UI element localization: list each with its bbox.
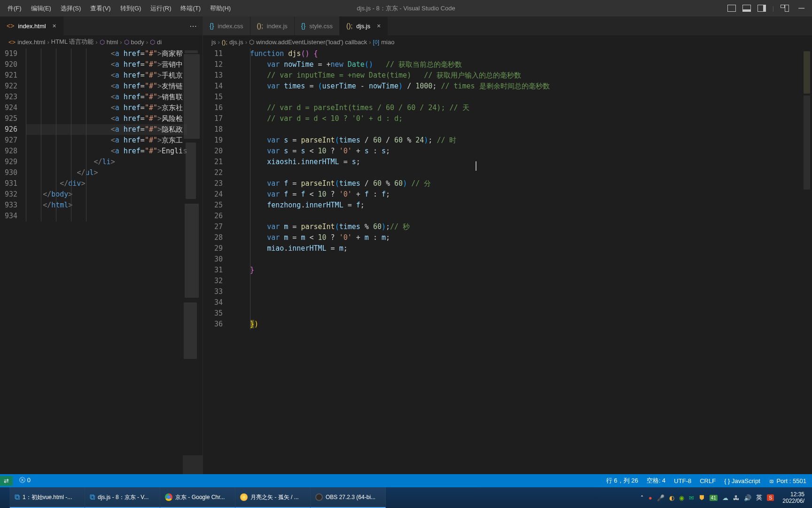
chrome-icon [165,493,172,501]
tab-index-html[interactable]: <> index.html × [0,16,63,35]
system-tray: ˄ ● 🎤 ◐ ◉ ✉ ⛊ 41 ☁ 🖧 🔊 英 S 12:35 2022/06… [640,491,812,504]
method-icon: ⬡ [249,39,254,46]
shield-icon[interactable]: ⛊ [699,494,705,501]
status-eol[interactable]: CRLF [700,477,716,484]
status-cursor[interactable]: 行 6，列 26 [606,476,638,485]
taskbar-app-5[interactable]: OBS 27.2.3 (64-bi... [311,487,386,508]
customize-layout-icon[interactable] [781,5,789,12]
window-title: djs.js - 8：京东 - Visual Studio Code [357,4,455,13]
tab-index-js[interactable]: (); index.js [250,16,295,35]
taskbar-app-4[interactable]: 月亮之矢 - 孤矢 / ... [235,487,311,508]
panel-bottom-icon[interactable] [742,5,751,12]
js-file-icon: (); [257,22,263,30]
status-bar: ⇄ ⓧ 0 行 6，列 26 空格: 4 UTF-8 CRLF { } Java… [0,474,812,487]
sogou-ime-icon[interactable]: S [767,494,774,501]
more-icon[interactable]: ⋯ [189,22,197,31]
menu-file[interactable]: 件(F) [3,2,26,15]
taskbar-app-3[interactable]: 京东 - Google Chr... [160,487,235,508]
editor-actions: ⋯ [189,16,203,35]
svg-rect-4 [763,5,766,12]
mic-icon[interactable]: ● [648,494,652,501]
html-file-icon: <> [8,39,16,46]
windows-taskbar: ⧉ 1：初始vue.html -... ⧉ djs.js - 8：京东 - V.… [0,487,812,508]
status-encoding[interactable]: UTF-8 [674,477,691,484]
svg-rect-2 [742,9,750,12]
right-editor-group: {} index.css (); index.js {} style.css (… [203,16,812,474]
right-tabs: {} index.css (); index.js {} style.css (… [203,16,812,35]
breadcrumb-left[interactable]: <> index.html › HTML 语言功能 › ⬡ html › ⬡ b… [0,35,203,48]
layout-controls: | ─ [727,3,807,13]
status-errors[interactable]: ⓧ 0 [19,476,31,486]
sound-icon[interactable]: 🔊 [744,494,751,501]
right-editor[interactable]: 1112131415161718192021222324252627282930… [203,48,812,474]
wechat-icon[interactable]: ✉ [689,494,694,501]
css-file-icon: {} [301,22,305,30]
network-icon[interactable]: 🖧 [733,494,739,501]
editor-split: <> index.html × ⋯ <> index.html › HTML 语… [0,16,812,474]
svg-rect-0 [727,5,735,12]
lightbulb-icon[interactable]: ◐ [669,494,674,501]
status-liveserver[interactable]: ⦻ Port : 5501 [769,477,806,484]
close-icon[interactable]: × [377,22,381,30]
taskbar-app-2[interactable]: ⧉ djs.js - 8：京东 - V... [85,487,160,508]
text-cursor [476,161,476,171]
vscode-icon: ⧉ [90,493,95,501]
status-lang[interactable]: { } JavaScript [724,477,760,484]
taskbar-app-1[interactable]: ⧉ 1：初始vue.html -... [10,487,85,508]
menu-select[interactable]: 选择(S) [56,2,86,15]
html-file-icon: <> [7,22,14,30]
music-icon [240,493,248,501]
tray-badge[interactable]: 41 [710,495,718,501]
left-editor[interactable]: 9199209219229239249259269279289299309319… [0,48,203,474]
onedrive-icon[interactable]: ☁ [722,494,728,501]
menu-bar: 件(F) 编辑(E) 选择(S) 查看(V) 转到(G) 运行(R) 终端(T)… [0,0,812,16]
cube-icon: ⬡ [150,39,155,46]
tab-djs-js[interactable]: (); djs.js × [340,16,388,35]
mic-mute-icon[interactable]: 🎤 [657,494,664,501]
js-file-icon: (); [222,39,227,46]
svg-rect-5 [781,5,785,8]
status-indent[interactable]: 空格: 4 [647,476,665,485]
taskbar-clock[interactable]: 12:35 2022/06/ [779,491,808,504]
cube-icon: ⬡ [124,39,129,46]
menu-edit[interactable]: 编辑(E) [26,2,56,15]
minimap-right[interactable] [803,48,812,474]
js-file-icon: (); [346,22,352,30]
nvidia-icon[interactable]: ◉ [679,494,684,501]
remote-icon[interactable]: ⇄ [0,476,13,486]
cube-icon: ⬡ [100,39,105,46]
start-button[interactable] [0,487,10,508]
menu-run[interactable]: 运行(R) [146,2,176,15]
tab-index-css[interactable]: {} index.css [203,16,250,35]
menu-terminal[interactable]: 终端(T) [176,2,205,15]
close-icon[interactable]: × [53,22,56,30]
panel-right-icon[interactable] [757,5,766,12]
tab-label: index.html [18,23,46,30]
vscode-icon: ⧉ [15,493,20,501]
menu-help[interactable]: 帮助(H) [205,2,235,15]
panel-left-icon[interactable] [727,5,736,12]
tab-style-css[interactable]: {} style.css [295,16,340,35]
left-editor-group: <> index.html × ⋯ <> index.html › HTML 语… [0,16,203,474]
menu-view[interactable]: 查看(V) [86,2,115,15]
menu-goto[interactable]: 转到(G) [116,2,146,15]
tray-up-icon[interactable]: ˄ [640,494,644,501]
obs-icon [315,493,323,501]
variable-icon: [◊] [373,39,380,46]
minimize-icon[interactable]: ─ [796,3,807,13]
svg-rect-6 [785,5,789,12]
ime-lang[interactable]: 英 [756,493,762,502]
breadcrumb-right[interactable]: js › (); djs.js › ⬡ window.addEventListe… [203,35,812,48]
minimap-left[interactable] [183,48,203,474]
css-file-icon: {} [210,22,214,30]
left-tabs: <> index.html × ⋯ [0,16,203,35]
